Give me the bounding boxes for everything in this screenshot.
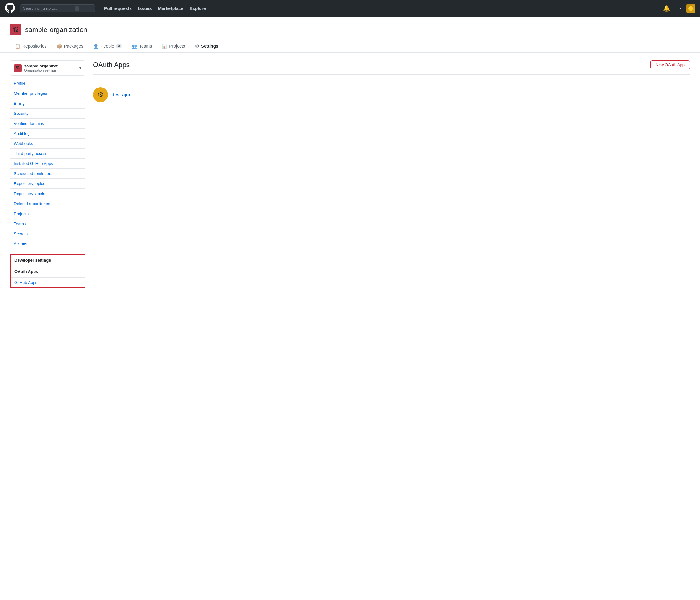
list-item: Third-party access bbox=[10, 149, 85, 159]
sidebar-item-member-privileges[interactable]: Member privileges bbox=[10, 88, 85, 98]
list-item: Deleted repositories bbox=[10, 199, 85, 209]
nav-pull-requests[interactable]: Pull requests bbox=[102, 5, 134, 12]
org-header: 🏗 sample-organization 📋 Repositories 📦 P… bbox=[0, 17, 700, 53]
tab-teams[interactable]: 👥 Teams bbox=[127, 41, 157, 52]
github-logo[interactable] bbox=[5, 3, 15, 14]
sidebar-org-avatar: 🏗 bbox=[14, 64, 22, 72]
sidebar-item-billing[interactable]: Billing bbox=[10, 99, 85, 108]
sidebar-item-audit-log[interactable]: Audit log bbox=[10, 129, 85, 138]
sidebar-item-deleted-repositories[interactable]: Deleted repositories bbox=[10, 199, 85, 209]
sidebar-item-repository-topics[interactable]: Repository topics bbox=[10, 179, 85, 188]
nav-marketplace[interactable]: Marketplace bbox=[156, 5, 186, 12]
nav-issues[interactable]: Issues bbox=[135, 5, 154, 12]
developer-settings-section: Developer settings OAuth Apps GitHub App… bbox=[10, 254, 85, 288]
github-apps-link[interactable]: GitHub Apps bbox=[11, 277, 85, 287]
tab-projects[interactable]: 📊 Projects bbox=[157, 41, 190, 52]
sidebar-org-sub: Organization settings bbox=[24, 69, 77, 72]
list-item: Repository labels bbox=[10, 189, 85, 199]
org-title-row: 🏗 sample-organization bbox=[10, 24, 690, 35]
chevron-down-icon: ▾ bbox=[79, 66, 81, 70]
navbar: / Pull requests Issues Marketplace Explo… bbox=[0, 0, 700, 17]
nav-links: Pull requests Issues Marketplace Explore bbox=[102, 5, 208, 12]
sidebar-item-secrets[interactable]: Secrets bbox=[10, 229, 85, 239]
list-item: Member privileges bbox=[10, 88, 85, 99]
projects-icon: 📊 bbox=[162, 44, 167, 49]
plus-icon: + bbox=[676, 5, 680, 11]
app-name-link[interactable]: test-app bbox=[113, 92, 130, 97]
people-icon: 👤 bbox=[93, 44, 99, 49]
list-item: Security bbox=[10, 108, 85, 119]
page-title: OAuth Apps bbox=[93, 61, 130, 69]
repositories-icon: 📋 bbox=[15, 44, 20, 49]
sidebar-item-verified-domains[interactable]: Verified domains bbox=[10, 119, 85, 128]
sidebar-nav: Profile Member privileges Billing Securi… bbox=[10, 78, 85, 249]
sidebar-item-profile[interactable]: Profile bbox=[10, 78, 85, 88]
main-content: 🏗 sample-organizat... Organization setti… bbox=[0, 53, 700, 295]
list-item: Teams bbox=[10, 219, 85, 229]
list-item: Secrets bbox=[10, 229, 85, 239]
sidebar-item-third-party-access[interactable]: Third-party access bbox=[10, 149, 85, 158]
sidebar-item-security[interactable]: Security bbox=[10, 108, 85, 118]
list-item: Actions bbox=[10, 239, 85, 249]
tab-repositories[interactable]: 📋 Repositories bbox=[10, 41, 52, 52]
sidebar-item-projects[interactable]: Projects bbox=[10, 209, 85, 218]
panel-header: OAuth Apps New OAuth App bbox=[93, 60, 690, 75]
new-menu-button[interactable]: + ▾ bbox=[675, 4, 682, 13]
list-item: Webhooks bbox=[10, 139, 85, 149]
sidebar-org-info: sample-organizat... Organization setting… bbox=[24, 64, 77, 72]
list-item: Verified domains bbox=[10, 119, 85, 129]
teams-icon: 👥 bbox=[132, 44, 137, 49]
slash-key: / bbox=[75, 6, 79, 11]
chevron-down-icon: ▾ bbox=[680, 7, 681, 10]
packages-icon: 📦 bbox=[57, 44, 62, 49]
sidebar-item-webhooks[interactable]: Webhooks bbox=[10, 139, 85, 148]
list-item: Projects bbox=[10, 209, 85, 219]
search-input[interactable] bbox=[23, 6, 73, 11]
oauth-apps-item[interactable]: OAuth Apps bbox=[11, 266, 85, 277]
user-avatar[interactable]: 🟡 bbox=[686, 4, 695, 13]
list-item: Repository topics bbox=[10, 179, 85, 189]
sidebar-item-repository-labels[interactable]: Repository labels bbox=[10, 189, 85, 199]
org-tabs: 📋 Repositories 📦 Packages 👤 People 4 👥 T… bbox=[10, 41, 690, 52]
sidebar-org-name: sample-organizat... bbox=[24, 64, 77, 69]
app-item: ⚙ test-app bbox=[93, 82, 690, 107]
settings-icon: ⚙ bbox=[195, 44, 199, 49]
sidebar-item-scheduled-reminders[interactable]: Scheduled reminders bbox=[10, 169, 85, 179]
app-avatar: ⚙ bbox=[93, 87, 108, 102]
notifications-button[interactable]: 🔔 bbox=[662, 4, 671, 13]
sidebar-item-installed-github-apps[interactable]: Installed GitHub Apps bbox=[10, 159, 85, 168]
list-item: Audit log bbox=[10, 129, 85, 139]
list-item: Billing bbox=[10, 99, 85, 108]
sidebar: 🏗 sample-organizat... Organization setti… bbox=[10, 60, 85, 288]
org-avatar: 🏗 bbox=[10, 24, 21, 35]
main-panel: OAuth Apps New OAuth App ⚙ test-app bbox=[93, 60, 690, 288]
developer-settings-header[interactable]: Developer settings bbox=[11, 255, 85, 266]
list-item: Scheduled reminders bbox=[10, 169, 85, 179]
tab-packages[interactable]: 📦 Packages bbox=[52, 41, 88, 52]
org-selector[interactable]: 🏗 sample-organizat... Organization setti… bbox=[10, 60, 85, 76]
navbar-right: 🔔 + ▾ 🟡 bbox=[662, 4, 695, 13]
tab-settings[interactable]: ⚙ Settings bbox=[190, 41, 223, 52]
search-bar[interactable]: / bbox=[20, 4, 95, 12]
sidebar-item-actions[interactable]: Actions bbox=[10, 239, 85, 249]
list-item: Profile bbox=[10, 78, 85, 88]
org-name: sample-organization bbox=[25, 26, 87, 34]
sidebar-item-teams[interactable]: Teams bbox=[10, 219, 85, 229]
nav-explore[interactable]: Explore bbox=[187, 5, 208, 12]
people-badge: 4 bbox=[116, 44, 122, 48]
list-item: Installed GitHub Apps bbox=[10, 159, 85, 169]
new-oauth-app-button[interactable]: New OAuth App bbox=[650, 60, 690, 69]
tab-people[interactable]: 👤 People 4 bbox=[88, 41, 127, 52]
